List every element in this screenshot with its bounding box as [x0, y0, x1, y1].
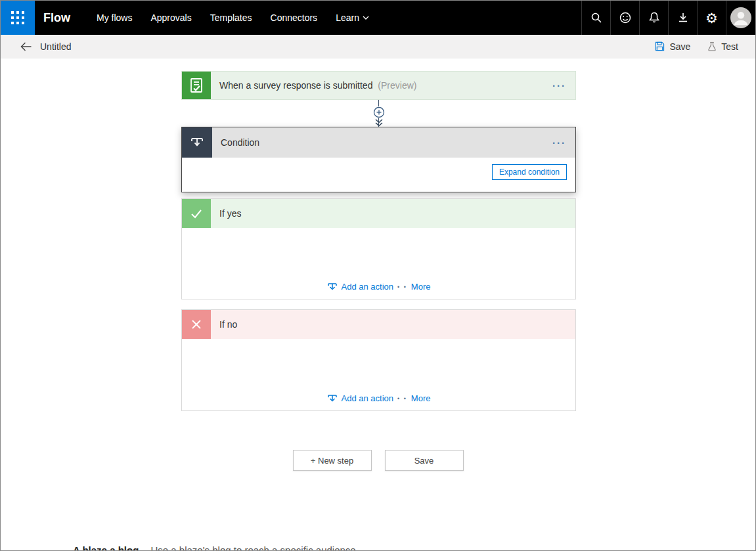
condition-title: Condition: [221, 137, 259, 148]
if-no-branch-card: If no Add an action • • More: [181, 309, 576, 411]
nav-utility-area: ⚙: [581, 1, 755, 35]
back-arrow-icon: [20, 42, 32, 51]
designer-toolbar: Untitled Save Test: [1, 35, 755, 58]
condition-header[interactable]: Condition ···: [182, 127, 575, 158]
gear-icon: ⚙: [705, 11, 718, 25]
if-yes-action-row: Add an action • • More: [182, 282, 575, 292]
smiley-icon: [619, 11, 632, 24]
expand-condition-button[interactable]: Expand condition: [492, 164, 567, 180]
back-button[interactable]: [20, 42, 32, 51]
more-button[interactable]: More: [411, 282, 431, 292]
nav-item-my-flows[interactable]: My flows: [87, 1, 141, 35]
insert-step-button[interactable]: [373, 106, 385, 118]
action-dots: • •: [397, 395, 407, 402]
brand-title[interactable]: Flow: [43, 11, 70, 25]
search-icon: [590, 11, 603, 24]
check-icon: [182, 199, 211, 228]
top-nav-bar: Flow My flows Approvals Templates Connec…: [1, 1, 755, 35]
account-button[interactable]: [726, 1, 755, 35]
avatar: [730, 7, 751, 29]
bottom-banner: A blaze a blog Use a blaze's blog to rea…: [73, 544, 359, 550]
plus-circle-icon: [373, 106, 385, 118]
nav-item-learn[interactable]: Learn: [326, 1, 378, 35]
nav-item-templates[interactable]: Templates: [201, 1, 261, 35]
if-yes-branch-card: If yes Add an action • • More: [181, 198, 576, 299]
if-yes-title: If yes: [219, 208, 241, 219]
primary-nav: My flows Approvals Templates Connectors …: [87, 1, 378, 35]
flow-title[interactable]: Untitled: [40, 41, 71, 52]
chevron-down-icon: [363, 16, 369, 20]
bottom-banner-description: Use a blaze's blog to reach a specific a…: [150, 544, 358, 550]
trigger-menu-button[interactable]: ···: [552, 80, 566, 91]
add-action-icon: [327, 394, 338, 403]
nav-item-learn-label: Learn: [336, 12, 359, 23]
download-button[interactable]: [668, 1, 697, 35]
x-icon: [182, 310, 211, 339]
condition-card[interactable]: Condition ··· Expand condition: [181, 127, 576, 192]
if-yes-header[interactable]: If yes: [182, 199, 575, 228]
if-no-action-row: Add an action • • More: [182, 393, 575, 403]
add-action-icon: [327, 282, 338, 292]
nav-item-approvals[interactable]: Approvals: [141, 1, 200, 35]
action-dots: • •: [397, 284, 407, 290]
trigger-preview-tag: (Preview): [378, 80, 416, 91]
add-action-label: Add an action: [342, 393, 394, 403]
footer-buttons: + New step Save: [1, 450, 755, 471]
app-launcher-button[interactable]: [1, 1, 35, 35]
add-action-label: Add an action: [342, 282, 394, 292]
test-flow-label: Test: [721, 41, 738, 52]
condition-body: Expand condition: [182, 158, 575, 192]
nav-item-connectors[interactable]: Connectors: [261, 1, 327, 35]
arrow-down-icon: [374, 119, 384, 127]
save-button[interactable]: Save: [385, 450, 464, 471]
new-step-button[interactable]: + New step: [293, 450, 372, 471]
more-button[interactable]: More: [411, 393, 431, 403]
feedback-button[interactable]: [610, 1, 639, 35]
trigger-title: When a survey response is submitted: [219, 80, 372, 91]
trigger-title-group: When a survey response is submitted (Pre…: [219, 80, 416, 91]
test-flask-icon: [707, 41, 717, 51]
bell-icon: [648, 11, 661, 24]
if-no-body: Add an action • • More: [182, 339, 575, 410]
bottom-banner-title[interactable]: A blaze a blog: [73, 544, 139, 550]
condition-menu-button[interactable]: ···: [552, 137, 566, 148]
save-flow-label: Save: [669, 41, 690, 52]
download-icon: [677, 11, 690, 24]
waffle-icon: [11, 11, 25, 25]
add-action-button[interactable]: Add an action: [327, 393, 394, 403]
if-no-header[interactable]: If no: [182, 310, 575, 339]
condition-icon: [182, 127, 212, 158]
settings-button[interactable]: ⚙: [697, 1, 726, 35]
trigger-card[interactable]: When a survey response is submitted (Pre…: [181, 71, 576, 100]
notifications-button[interactable]: [639, 1, 668, 35]
flow-canvas: When a survey response is submitted (Pre…: [1, 58, 755, 550]
save-flow-button[interactable]: Save: [655, 41, 690, 52]
search-button[interactable]: [581, 1, 610, 35]
test-flow-button[interactable]: Test: [707, 41, 738, 52]
if-yes-body: Add an action • • More: [182, 228, 575, 299]
survey-trigger-icon: [182, 72, 211, 99]
flow-designer-window: Flow My flows Approvals Templates Connec…: [0, 0, 756, 551]
save-icon: [655, 41, 665, 51]
add-action-button[interactable]: Add an action: [327, 282, 394, 292]
if-no-title: If no: [219, 319, 237, 330]
toolbar-actions: Save Test: [655, 41, 738, 52]
